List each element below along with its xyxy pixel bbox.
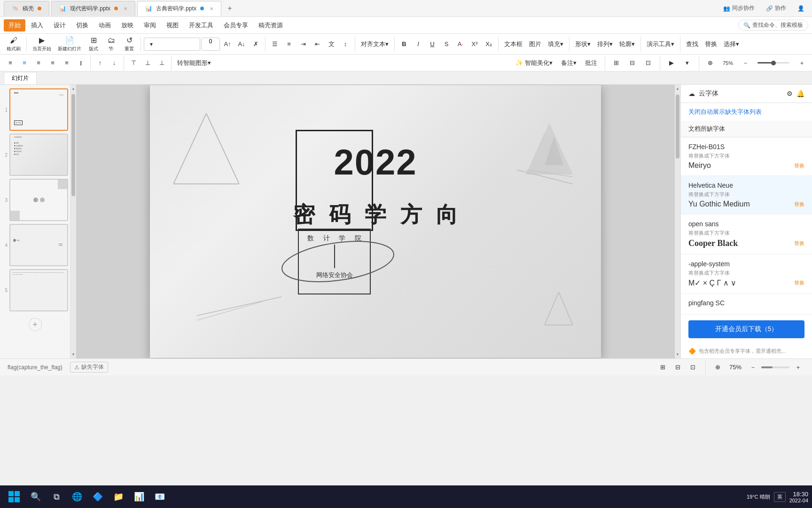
menu-transition[interactable]: 切换 <box>71 19 93 32</box>
present-tools-btn[interactable]: 演示工具▾ <box>644 38 677 51</box>
reset-btn[interactable]: ↺ 重置 <box>121 35 138 54</box>
scroll-thumb-left[interactable] <box>71 94 75 197</box>
menu-start[interactable]: 开始 <box>4 19 25 32</box>
fill-btn[interactable]: 填充▾ <box>545 38 566 51</box>
edge-btn[interactable]: 🔷 <box>88 487 107 506</box>
distribute-btn[interactable]: ≡ <box>60 56 73 70</box>
slide-thumb-4[interactable]: 叙述 <box>9 224 68 266</box>
replace-btn[interactable]: 替换 <box>702 38 720 51</box>
right-scroll-up[interactable]: ▲ <box>674 85 680 93</box>
textbox-btn[interactable]: 文本框 <box>501 38 525 51</box>
slide-sorter-btn[interactable]: ⊟ <box>626 56 639 70</box>
number-list-btn[interactable]: ≡ <box>282 38 296 51</box>
add-slide-button[interactable]: + <box>29 318 42 331</box>
search-bar[interactable]: 🔍 查找命令、搜索模板 <box>738 20 808 31</box>
tab-classical-close[interactable]: ✕ <box>210 6 213 11</box>
bold-btn[interactable]: B <box>398 38 411 51</box>
line-spacing-btn[interactable]: ↕ <box>339 38 352 51</box>
list-indent-down-btn[interactable]: ↓ <box>108 56 121 70</box>
find-btn[interactable]: 查找 <box>683 38 701 51</box>
new-slide-btn[interactable]: 📄 新建幻灯片 <box>55 35 84 54</box>
top-align-btn[interactable]: ⊤ <box>127 56 140 70</box>
menu-review[interactable]: 审阅 <box>139 19 161 32</box>
zoom-minus-btn[interactable]: － <box>739 56 752 70</box>
menu-dev[interactable]: 开发工具 <box>184 19 218 32</box>
share-button[interactable]: 🔗 协作 <box>762 2 790 14</box>
menu-member[interactable]: 会员专享 <box>219 19 253 32</box>
bullet-list-btn[interactable]: ☰ <box>268 38 281 51</box>
vcenter-btn[interactable]: ⊥ <box>141 56 154 70</box>
format-brush-btn[interactable]: 🖌 格式刷 <box>4 35 23 54</box>
clear-format-btn[interactable]: ✗ <box>249 38 262 51</box>
subscript-btn[interactable]: X₂ <box>482 38 495 51</box>
right-scroll-down[interactable]: ▼ <box>674 350 680 358</box>
font-lang-btn[interactable]: 文 <box>325 38 338 51</box>
smart-beautify-btn[interactable]: ✨ 智能美化▾ <box>513 56 555 70</box>
menu-design[interactable]: 设计 <box>49 19 70 32</box>
menu-slideshow[interactable]: 放映 <box>117 19 138 32</box>
zoom-plus-btn[interactable]: ＋ <box>795 56 808 70</box>
underline-btn[interactable]: U <box>426 38 439 51</box>
collab-button[interactable]: 👥 同步协作 <box>719 2 758 14</box>
layout-btn[interactable]: ⊞ 版式 <box>85 35 102 54</box>
mail-btn[interactable]: 📧 <box>150 487 169 506</box>
font-item-2-action[interactable]: 替换 <box>794 201 804 208</box>
justify-btn[interactable]: ≡ <box>46 56 59 70</box>
menu-view[interactable]: 视图 <box>162 19 183 32</box>
image-btn[interactable]: 图片 <box>526 38 544 51</box>
chrome-btn[interactable]: 🌐 <box>68 487 86 506</box>
close-missing-fonts-link[interactable]: 关闭自动展示缺失字体列表 <box>681 103 812 121</box>
current-slide-start-btn[interactable]: ▶ 当页开始 <box>30 35 54 54</box>
align-text-btn[interactable]: 对齐文本▾ <box>358 38 391 51</box>
list-indent-up-btn[interactable]: ↑ <box>94 56 107 70</box>
font-item-1-action[interactable]: 替换 <box>794 162 804 169</box>
zoom-slider[interactable] <box>755 56 792 70</box>
font-item-opensans[interactable]: open sans 将替换成下方字体 Cooper Black 替换 <box>681 214 812 254</box>
font-item-pingfang[interactable]: pingfang SC <box>681 294 812 315</box>
align-left-btn[interactable]: ≡ <box>4 56 17 70</box>
reading-mode-btn[interactable]: ⊡ <box>687 361 700 374</box>
section-btn[interactable]: 🗂 节· <box>103 35 120 54</box>
powerpoint-btn[interactable]: 📊 <box>130 487 148 506</box>
font-size-up-btn[interactable]: A↑ <box>221 38 234 51</box>
left-scrollbar[interactable]: ▲ ▼ <box>70 85 76 358</box>
bottom-align-btn[interactable]: ⊥ <box>155 56 168 70</box>
italic-btn[interactable]: I <box>412 38 425 51</box>
select-btn[interactable]: 选择▾ <box>721 38 742 51</box>
download-fonts-button[interactable]: 开通会员后下载（5） <box>688 320 804 338</box>
font-selector[interactable]: ▾ <box>144 38 200 51</box>
align-right-btn[interactable]: ≡ <box>32 56 45 70</box>
slides-tab[interactable]: 幻灯片 <box>4 72 37 84</box>
scroll-down-arrow[interactable]: ▼ <box>70 350 77 358</box>
convert-smart-btn[interactable]: 转智能图形▾ <box>174 56 214 70</box>
user-avatar[interactable]: 👤 <box>794 3 808 14</box>
status-zoom-plus[interactable]: ＋ <box>791 361 804 374</box>
status-zoom-in[interactable]: ⊕ <box>711 361 725 374</box>
font-item-helvetica[interactable]: Helvetica Neue 将替换成下方字体 Yu Gothic Medium… <box>681 176 812 214</box>
menu-insert[interactable]: 插入 <box>26 19 48 32</box>
font-size-input[interactable]: 0 <box>201 38 220 51</box>
tab-modern[interactable]: 📊 现代密码学.pptx ✕ <box>51 1 135 16</box>
slide-canvas[interactable]: 2022 密 码 学 方 向 数 计 学 院 <box>150 85 601 358</box>
font-item-apple[interactable]: -apple-system 将替换成下方字体 M✓ × Ç Γ ∧ ∨ 替换 <box>681 254 812 294</box>
play-options-btn[interactable]: ▾ <box>681 56 694 70</box>
align-center-btn[interactable]: ≡ <box>18 56 31 70</box>
indent-decrease-btn[interactable]: ⇤ <box>311 38 324 51</box>
menu-animation[interactable]: 动画 <box>94 19 116 32</box>
annotation-btn[interactable]: 备注▾ <box>558 56 579 70</box>
font-item-fzhei[interactable]: FZHei-B01S 将替换成下方字体 Meiryo 替换 <box>681 137 812 176</box>
input-method[interactable]: 英 <box>774 492 786 502</box>
file-explorer-btn[interactable]: 📁 <box>109 487 128 506</box>
missing-font-status[interactable]: ⚠ 缺失字体 <box>70 362 108 373</box>
indent-increase-btn[interactable]: ⇥ <box>297 38 310 51</box>
play-presentation-btn[interactable]: ▶ <box>665 56 678 70</box>
font-item-3-action[interactable]: 替换 <box>794 240 804 247</box>
outline-btn[interactable]: 轮廓▾ <box>617 38 638 51</box>
font-size-down-btn[interactable]: A↓ <box>235 38 248 51</box>
tab-modern-close[interactable]: ✕ <box>124 6 127 11</box>
column-btn[interactable]: ⫿ <box>74 56 87 70</box>
menu-resources[interactable]: 稿壳资源 <box>254 19 288 32</box>
tab-gaoke[interactable]: 🐚 稿壳 <box>4 1 49 16</box>
new-tab-button[interactable]: + <box>223 2 236 15</box>
start-button[interactable] <box>4 486 24 507</box>
